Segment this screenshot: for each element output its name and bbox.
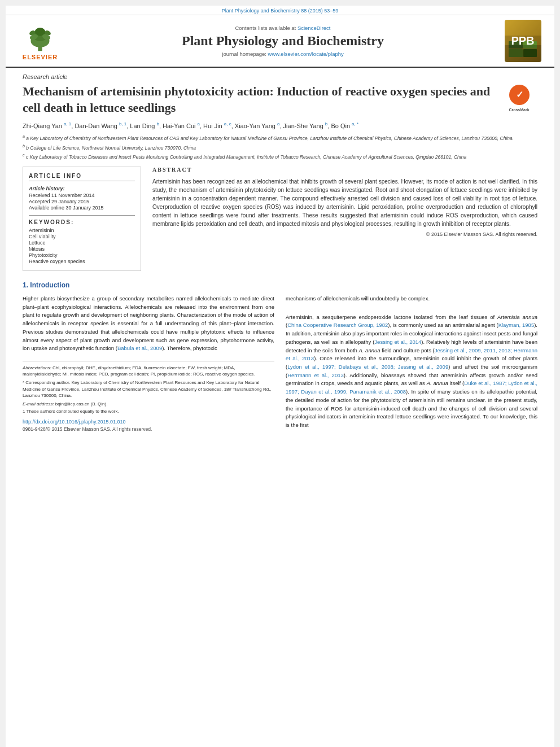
keyword-5: Reactive oxygen species (29, 259, 135, 264)
journal-homepage-line: journal homepage: www.elsevier.com/locat… (222, 51, 343, 57)
email-note: E-mail address: bqin@licp.cas.cn (B. Qin… (23, 401, 274, 407)
introduction-section: 1. Introduction Higher plants biosynthes… (23, 281, 537, 432)
contents-available-line: Contents lists available at ScienceDirec… (235, 25, 331, 31)
email-link[interactable]: bqin@licp.cas.cn (55, 401, 90, 407)
article-title-area: Mechanism of artemisinin phytotoxicity a… (23, 84, 537, 116)
keywords-title: Keywords: (29, 219, 135, 225)
abstract-text: Artemisinin has been recognized as an al… (152, 177, 537, 228)
authors-line: Zhi-Qiang Yan a, 1, Dan-Dan Wang b, 1, L… (23, 121, 537, 129)
crossmark-label: CrossMark (509, 107, 529, 112)
affiliation-c: c c Key Laboratory of Tobacco Diseases a… (23, 152, 537, 161)
article-title-text: Mechanism of artemisinin phytotoxicity a… (23, 84, 490, 115)
ref-jessing2009[interactable]: Jessing et al., 2009, 2011, 2013; Herrma… (286, 347, 537, 362)
accepted-date: Accepted 29 January 2015 (29, 199, 135, 204)
sciencedirect-link[interactable]: ScienceDirect (298, 25, 331, 31)
ref-jessing2014[interactable]: Jessing et al., 2014 (374, 339, 421, 345)
affiliation-b: b b College of Life Science, Northwest N… (23, 143, 537, 152)
introduction-title: 1. Introduction (23, 281, 537, 289)
info-abstract-area: ARTICLE INFO Article history: Received 1… (23, 167, 537, 271)
ref-herrmann2013[interactable]: Herrmann et al., 2013 (287, 372, 344, 378)
intro-text-col2-p2: Artemisinin, a sesquiterpene endoperoxid… (286, 313, 537, 430)
article-info-box: ARTICLE INFO Article history: Received 1… (23, 167, 141, 271)
ref-china-coop[interactable]: China Cooperative Research Group, 1982 (287, 322, 388, 328)
affiliation-a: a a Key Laboratory of Chemistry of North… (23, 134, 537, 142)
corresponding-note: * Corresponding author. Key Laboratory o… (23, 379, 274, 399)
keyword-2: Lettuce (29, 240, 135, 246)
keyword-4: Phytotoxicity (29, 252, 135, 258)
content-area: Research article Mechanism of artemisini… (6, 68, 554, 438)
journal-title: Plant Physiology and Biochemistry (182, 33, 384, 49)
equal-contrib-note: 1 These authors contributed equally to t… (23, 408, 274, 414)
introduction-body: Higher plants biosynthesize a group of s… (23, 295, 537, 432)
crossmark-icon: ✓ (508, 84, 531, 106)
journal-ref-text: Plant Physiology and Biochemistry 88 (20… (222, 8, 339, 14)
keyword-3: Mitosis (29, 246, 135, 252)
abstract-title: ABSTRACT (152, 167, 537, 173)
journal-header-center: Contents lists available at ScienceDirec… (71, 20, 495, 62)
received-date: Received 11 November 2014 (29, 193, 135, 198)
homepage-url[interactable]: www.elsevier.com/locate/plaphy (268, 51, 344, 57)
authors-text: Zhi-Qiang Yan a, 1, Dan-Dan Wang b, 1, L… (23, 123, 358, 129)
ref-lydon1997[interactable]: Lydon et al., 1997; Delabays et al., 200… (287, 364, 448, 370)
ref-duke1987[interactable]: Duke et al., 1987; Lydon et al., 1997; D… (286, 380, 537, 395)
article-info-title: ARTICLE INFO (29, 173, 135, 181)
journal-header: ELSEVIER Contents lists available at Sci… (6, 15, 554, 68)
contents-label: Contents lists available at (235, 25, 296, 31)
article-info-col: ARTICLE INFO Article history: Received 1… (23, 167, 141, 271)
keywords-section: Keywords: Artemisinin Cell viability Let… (29, 215, 135, 264)
intro-text-col2: mechanisms of allelochemicals will undou… (286, 295, 537, 303)
intro-col-left: Higher plants biosynthesize a group of s… (23, 295, 274, 432)
copyright-line: © 2015 Elsevier Masson SAS. All rights r… (152, 231, 537, 237)
article-type: Research article (23, 73, 537, 80)
journal-ref-bar: Plant Physiology and Biochemistry 88 (20… (6, 6, 554, 15)
intro-text-col1: Higher plants biosynthesize a group of s… (23, 295, 274, 353)
keyword-1: Cell viability (29, 234, 135, 239)
homepage-label: journal homepage: (222, 51, 266, 57)
elsevier-tree-icon (23, 21, 57, 53)
keyword-0: Artemisinin (29, 228, 135, 233)
affiliations: a a Key Laboratory of Chemistry of North… (23, 134, 537, 161)
abbreviations-note: Abbreviations: Chl, chlorophyll; DHE, di… (23, 365, 274, 377)
crossmark-area[interactable]: ✓ CrossMark (501, 84, 537, 112)
issn-line: 0981-9428/© 2015 Elsevier Masson SAS. Al… (23, 426, 274, 432)
doi-link[interactable]: http://dx.doi.org/10.1016/j.plaphy.2015.… (23, 419, 274, 425)
ppb-badge: PPB (505, 20, 541, 62)
ppb-label: PPB (511, 34, 534, 47)
section-label: Introduction (30, 281, 69, 289)
elsevier-logo-area: ELSEVIER (15, 20, 65, 62)
elsevier-wordmark: ELSEVIER (23, 54, 58, 60)
ppb-logo-area: PPB (500, 20, 545, 62)
article-history-label: Article history: (29, 186, 135, 191)
footnote-area: Abbreviations: Chl, chlorophyll; DHE, di… (23, 361, 274, 414)
section-number: 1. (23, 281, 28, 289)
intro-col-right: mechanisms of allelochemicals will undou… (286, 295, 537, 432)
page: Plant Physiology and Biochemistry 88 (20… (6, 6, 554, 747)
ref-babula[interactable]: Babula et al., 2009 (117, 345, 162, 351)
available-date: Available online 30 January 2015 (29, 205, 135, 211)
elsevier-logo: ELSEVIER (23, 21, 58, 60)
svg-text:✓: ✓ (515, 90, 523, 99)
abstract-col: ABSTRACT Artemisinin has been recognized… (152, 167, 537, 271)
ref-klayman[interactable]: Klayman, 1985 (498, 322, 535, 328)
